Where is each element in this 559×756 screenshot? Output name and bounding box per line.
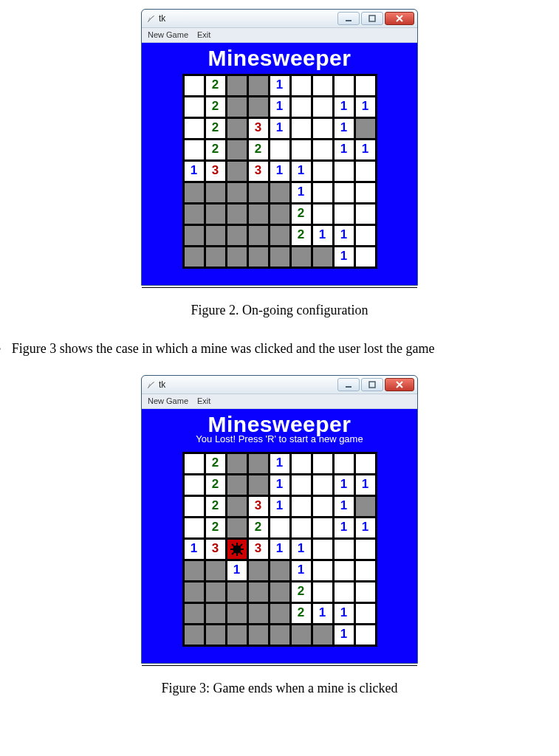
board-cell[interactable]: 1: [313, 226, 332, 245]
board-cell[interactable]: [292, 140, 311, 159]
board-cell[interactable]: [270, 561, 289, 580]
board-cell[interactable]: [335, 205, 354, 224]
board-cell[interactable]: [206, 247, 225, 267]
board-cell[interactable]: [227, 625, 247, 645]
board-cell[interactable]: [313, 583, 332, 602]
board-cell[interactable]: [313, 497, 332, 516]
board-cell[interactable]: 3: [249, 497, 268, 516]
board-cell[interactable]: 1: [335, 119, 354, 138]
board-cell[interactable]: [270, 604, 289, 623]
board-cell[interactable]: 3: [249, 540, 268, 559]
board-cell[interactable]: 1: [292, 540, 311, 559]
board-cell[interactable]: 1: [270, 454, 289, 473]
board-cell[interactable]: 3: [249, 119, 268, 138]
board-cell[interactable]: [313, 475, 332, 495]
board-cell[interactable]: [335, 561, 354, 580]
board-cell[interactable]: 1: [270, 475, 289, 495]
board-cell[interactable]: [249, 454, 268, 473]
board-cell[interactable]: [227, 604, 247, 623]
board-cell[interactable]: [313, 518, 332, 537]
board-cell[interactable]: 1: [335, 497, 354, 516]
board-cell[interactable]: 1: [270, 162, 289, 181]
board-cell[interactable]: [356, 604, 375, 623]
board-cell[interactable]: [356, 183, 375, 202]
board-cell[interactable]: 1: [270, 540, 289, 559]
board-cell[interactable]: [227, 583, 247, 602]
board-cell[interactable]: [335, 583, 354, 602]
board-cell[interactable]: [292, 97, 311, 117]
board-cell[interactable]: [185, 454, 204, 473]
board-cell[interactable]: [356, 497, 375, 516]
board-cell[interactable]: [185, 140, 204, 159]
board-cell[interactable]: 2: [206, 140, 225, 159]
board-cell[interactable]: [249, 583, 268, 602]
board-cell[interactable]: [313, 162, 332, 181]
board-cell[interactable]: [313, 247, 332, 267]
board-cell[interactable]: [249, 205, 268, 224]
board-cell[interactable]: [335, 454, 354, 473]
board-cell[interactable]: 3: [249, 162, 268, 181]
board-cell[interactable]: [185, 205, 204, 224]
board-cell[interactable]: [249, 604, 268, 623]
board-cell[interactable]: [185, 119, 204, 138]
board-cell[interactable]: 1: [335, 140, 354, 159]
board-cell[interactable]: [356, 76, 375, 95]
board-cell[interactable]: [356, 625, 375, 645]
board-cell[interactable]: 2: [206, 119, 225, 138]
board-cell[interactable]: 1: [270, 497, 289, 516]
board-cell[interactable]: [227, 454, 247, 473]
board-cell[interactable]: 1: [356, 140, 375, 159]
board-cell[interactable]: [356, 205, 375, 224]
board-cell[interactable]: [270, 226, 289, 245]
board-cell[interactable]: [185, 475, 204, 495]
board-cell[interactable]: [335, 183, 354, 202]
board-cell[interactable]: [206, 604, 225, 623]
board-cell[interactable]: [313, 540, 332, 559]
board-cell[interactable]: [206, 561, 225, 580]
board-cell[interactable]: 2: [206, 475, 225, 495]
board-cell[interactable]: [292, 454, 311, 473]
menu-exit[interactable]: Exit: [197, 396, 210, 407]
menu-new-game[interactable]: New Game: [148, 396, 188, 407]
board-cell[interactable]: [270, 583, 289, 602]
board-cell[interactable]: [249, 183, 268, 202]
board-cell[interactable]: 1: [335, 604, 354, 623]
close-button[interactable]: [385, 378, 414, 391]
board-cell[interactable]: 1: [356, 518, 375, 537]
board-cell[interactable]: [185, 625, 204, 645]
board-cell[interactable]: 1: [335, 226, 354, 245]
maximize-button[interactable]: [361, 12, 383, 25]
board-cell[interactable]: [206, 226, 225, 245]
board-cell[interactable]: 2: [206, 97, 225, 117]
board-cell[interactable]: 1: [356, 475, 375, 495]
board-cell[interactable]: [292, 76, 311, 95]
board-cell[interactable]: 2: [292, 226, 311, 245]
board-cell[interactable]: 2: [249, 140, 268, 159]
board-cell[interactable]: [356, 540, 375, 559]
board-cell[interactable]: [206, 183, 225, 202]
board-cell[interactable]: [356, 454, 375, 473]
board-cell[interactable]: 1: [292, 162, 311, 181]
board-cell[interactable]: [313, 561, 332, 580]
board-cell[interactable]: [206, 205, 225, 224]
board-cell[interactable]: [313, 183, 332, 202]
board-cell[interactable]: [227, 140, 247, 159]
board-cell[interactable]: [292, 247, 311, 267]
board-cell[interactable]: [313, 454, 332, 473]
board-cell[interactable]: 1: [292, 183, 311, 202]
board-cell[interactable]: [292, 475, 311, 495]
board-cell[interactable]: [335, 162, 354, 181]
board-cell[interactable]: [270, 183, 289, 202]
close-button[interactable]: [385, 12, 414, 25]
board-cell[interactable]: [313, 205, 332, 224]
board-cell[interactable]: [270, 247, 289, 267]
board-cell[interactable]: 1: [227, 561, 247, 580]
board-cell[interactable]: [206, 625, 225, 645]
board-cell[interactable]: 1: [185, 162, 204, 181]
board-cell[interactable]: [227, 518, 247, 537]
board-cell[interactable]: [227, 226, 247, 245]
board-cell[interactable]: [270, 205, 289, 224]
board-cell[interactable]: [270, 518, 289, 537]
board-cell[interactable]: [227, 76, 247, 95]
board-cell[interactable]: 2: [206, 518, 225, 537]
